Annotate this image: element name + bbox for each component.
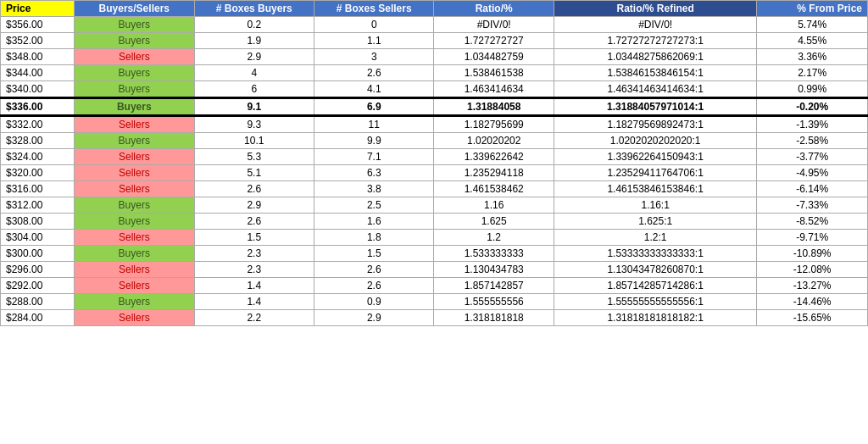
table-cell: -9.71% bbox=[757, 230, 868, 246]
table-cell: Buyers bbox=[75, 214, 194, 230]
table-row: $356.00Buyers0.20#DIV/0!#DIV/0!5.74% bbox=[1, 17, 868, 33]
table-row: $324.00Sellers5.37.11.3396226421.3396226… bbox=[1, 149, 868, 165]
table-cell: 5.1 bbox=[194, 165, 314, 181]
table-cell: 2.3 bbox=[194, 262, 314, 278]
table-cell: Buyers bbox=[75, 17, 194, 33]
table-cell: 1.8 bbox=[314, 230, 434, 246]
table-cell: Sellers bbox=[75, 49, 194, 65]
table-cell: 1.533333333 bbox=[434, 246, 554, 262]
table-cell: 2.6 bbox=[314, 65, 434, 81]
header-ratio: Ratio/% bbox=[434, 1, 554, 17]
table-cell: -1.39% bbox=[757, 116, 868, 133]
table-row: $332.00Sellers9.3111.1827956991.18279569… bbox=[1, 116, 868, 133]
table-cell: -15.65% bbox=[757, 310, 868, 326]
table-row: $296.00Sellers2.32.61.1304347831.1304347… bbox=[1, 262, 868, 278]
table-cell: 1.182795699 bbox=[434, 116, 554, 133]
table-cell: 1.2 bbox=[434, 230, 554, 246]
table-cell: 9.1 bbox=[194, 98, 314, 116]
table-cell: 1.18279569892473:1 bbox=[554, 116, 756, 133]
table-cell: $300.00 bbox=[1, 246, 75, 262]
table-cell: Buyers bbox=[75, 133, 194, 149]
table-cell: -2.58% bbox=[757, 133, 868, 149]
table-cell: 3 bbox=[314, 49, 434, 65]
header-price: Price bbox=[1, 1, 75, 17]
table-cell: Buyers bbox=[75, 33, 194, 49]
table-cell: $292.00 bbox=[1, 278, 75, 294]
table-cell: -6.14% bbox=[757, 181, 868, 197]
table-cell: 2.6 bbox=[314, 262, 434, 278]
table-cell: Buyers bbox=[75, 197, 194, 214]
table-cell: 1.72727272727273:1 bbox=[554, 33, 756, 49]
table-cell: Buyers bbox=[75, 65, 194, 81]
table-cell: $348.00 bbox=[1, 49, 75, 65]
table-cell: Sellers bbox=[75, 262, 194, 278]
header-from-price: % From Price bbox=[757, 1, 868, 17]
table-row: $336.00Buyers9.16.91.318840581.318840579… bbox=[1, 98, 868, 116]
table-cell: 2.5 bbox=[314, 197, 434, 214]
table-cell: 7.1 bbox=[314, 149, 434, 165]
table-cell: #DIV/0! bbox=[554, 17, 756, 33]
table-cell: 1.463414634 bbox=[434, 81, 554, 98]
table-cell: -0.20% bbox=[757, 98, 868, 116]
table-cell: Sellers bbox=[75, 165, 194, 181]
header-boxes-buyers: # Boxes Buyers bbox=[194, 1, 314, 17]
table-cell: 1.03448275862069:1 bbox=[554, 49, 756, 65]
table-cell: Sellers bbox=[75, 230, 194, 246]
table-cell: 1.55555555555556:1 bbox=[554, 294, 756, 310]
table-cell: 1.46341463414634:1 bbox=[554, 81, 756, 98]
data-table: Price Buyers/Sellers # Boxes Buyers # Bo… bbox=[0, 0, 868, 326]
table-cell: 6 bbox=[194, 81, 314, 98]
table-cell: 0.2 bbox=[194, 17, 314, 33]
table-cell: 1.2:1 bbox=[554, 230, 756, 246]
table-cell: 1.857142857 bbox=[434, 278, 554, 294]
table-row: $308.00Buyers2.61.61.6251.625:1-8.52% bbox=[1, 214, 868, 230]
table-cell: Sellers bbox=[75, 310, 194, 326]
table-cell: $304.00 bbox=[1, 230, 75, 246]
table-cell: -13.27% bbox=[757, 278, 868, 294]
table-cell: $288.00 bbox=[1, 294, 75, 310]
table-row: $284.00Sellers2.22.91.3181818181.3181818… bbox=[1, 310, 868, 326]
table-cell: 1.31884058 bbox=[434, 98, 554, 116]
table-cell: $320.00 bbox=[1, 165, 75, 181]
table-cell: 1.16:1 bbox=[554, 197, 756, 214]
table-row: $352.00Buyers1.91.11.7272727271.72727272… bbox=[1, 33, 868, 49]
table-cell: 1.31884057971014:1 bbox=[554, 98, 756, 116]
main-container: Price Buyers/Sellers # Boxes Buyers # Bo… bbox=[0, 0, 868, 326]
table-cell: $308.00 bbox=[1, 214, 75, 230]
table-row: $320.00Sellers5.16.31.2352941181.2352941… bbox=[1, 165, 868, 181]
table-cell: $312.00 bbox=[1, 197, 75, 214]
table-cell: 1.235294118 bbox=[434, 165, 554, 181]
table-cell: $316.00 bbox=[1, 181, 75, 197]
table-cell: 1.53333333333333:1 bbox=[554, 246, 756, 262]
table-cell: 1.4 bbox=[194, 278, 314, 294]
table-cell: $296.00 bbox=[1, 262, 75, 278]
table-cell: $284.00 bbox=[1, 310, 75, 326]
table-cell: 1.46153846153846:1 bbox=[554, 181, 756, 197]
table-cell: 6.3 bbox=[314, 165, 434, 181]
table-cell: $336.00 bbox=[1, 98, 75, 116]
table-cell: $340.00 bbox=[1, 81, 75, 98]
table-cell: Sellers bbox=[75, 149, 194, 165]
table-cell: Buyers bbox=[75, 246, 194, 262]
table-cell: 2.6 bbox=[314, 278, 434, 294]
header-boxes-sellers: # Boxes Sellers bbox=[314, 1, 434, 17]
table-cell: 0.99% bbox=[757, 81, 868, 98]
table-cell: 9.9 bbox=[314, 133, 434, 149]
table-cell: 2.6 bbox=[194, 214, 314, 230]
table-row: $292.00Sellers1.42.61.8571428571.8571428… bbox=[1, 278, 868, 294]
table-cell: 2.2 bbox=[194, 310, 314, 326]
table-cell: 5.74% bbox=[757, 17, 868, 33]
table-row: $344.00Buyers42.61.5384615381.5384615384… bbox=[1, 65, 868, 81]
table-cell: $328.00 bbox=[1, 133, 75, 149]
table-cell: 1.034482759 bbox=[434, 49, 554, 65]
table-cell: 2.6 bbox=[194, 181, 314, 197]
header-buyers-sellers: Buyers/Sellers bbox=[75, 1, 194, 17]
table-cell: $332.00 bbox=[1, 116, 75, 133]
table-cell: 1.5 bbox=[314, 246, 434, 262]
table-cell: 1.555555556 bbox=[434, 294, 554, 310]
table-cell: 1.625 bbox=[434, 214, 554, 230]
table-cell: 1.461538462 bbox=[434, 181, 554, 197]
table-cell: 3.36% bbox=[757, 49, 868, 65]
table-cell: 1.1 bbox=[314, 33, 434, 49]
table-cell: 1.85714285714286:1 bbox=[554, 278, 756, 294]
